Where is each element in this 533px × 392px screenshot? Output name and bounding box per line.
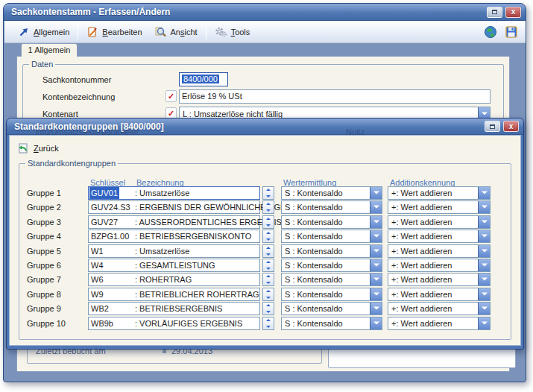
group-row: Gruppe 9 WB2 : BETRIEBSERGEBNIS S : Kont… <box>22 302 492 315</box>
wertermittlung-value: S : Kontensaldo <box>285 274 368 285</box>
zurueck-button[interactable]: Zurück <box>13 141 63 156</box>
schluessel-input[interactable]: W9 : BETRIEBLICHER ROHERTRAG <box>88 288 260 301</box>
additionskennung-select[interactable]: +: Wert addieren <box>388 200 491 214</box>
schluessel-input[interactable]: GUV27 : AUSSERORDENTLICHES ERGEBNIS <box>88 215 260 229</box>
schluessel-input[interactable]: W1 : Umsatzerlöse <box>88 244 260 258</box>
schluessel-spinner[interactable] <box>262 230 274 243</box>
schluessel-spinner[interactable] <box>262 259 274 272</box>
schluessel-spinner[interactable] <box>262 288 274 301</box>
dropdown-arrow-icon[interactable] <box>370 317 382 329</box>
spinner-up-icon[interactable] <box>266 261 271 263</box>
additionskennung-select[interactable]: +: Wert addieren <box>388 273 491 286</box>
schluessel-spinner[interactable] <box>262 273 274 286</box>
schluessel-input[interactable]: GUV24.S3 : ERGEBNIS DER GEWÖHNLICHEN GES <box>88 200 260 214</box>
schluessel-input[interactable]: W4 : GESAMTLEISTUNG <box>88 259 260 272</box>
dropdown-arrow-icon[interactable] <box>370 274 382 285</box>
dropdown-arrow-icon[interactable] <box>370 216 382 228</box>
tab-allgemein[interactable]: 1 Allgemein <box>21 43 78 57</box>
dropdown-arrow-icon[interactable] <box>478 245 490 257</box>
save-icon[interactable] <box>505 25 518 39</box>
schluessel-spinner[interactable] <box>262 186 274 200</box>
dropdown-arrow-icon[interactable] <box>370 245 382 257</box>
schluessel-input[interactable]: GUV01 : Umsatzerlöse <box>88 186 260 200</box>
wertermittlung-select[interactable]: S : Kontensaldo <box>281 186 382 200</box>
dropdown-arrow-icon[interactable] <box>478 317 490 329</box>
dropdown-arrow-icon[interactable] <box>478 259 490 271</box>
spinner-down-icon[interactable] <box>266 238 271 241</box>
dropdown-arrow-icon[interactable] <box>478 201 490 213</box>
kontenbezeichnung-input[interactable]: Erlöse 19 % USt <box>179 89 491 104</box>
schluessel-spinner[interactable] <box>262 200 274 214</box>
dropdown-arrow-icon[interactable] <box>478 274 490 285</box>
dropdown-arrow-icon[interactable] <box>370 230 382 242</box>
additionskennung-select[interactable]: +: Wert addieren <box>388 302 491 315</box>
close-button[interactable]: x <box>505 7 521 18</box>
wertermittlung-select[interactable]: S : Kontensaldo <box>281 273 382 286</box>
spinner-up-icon[interactable] <box>266 203 271 205</box>
spinner-down-icon[interactable] <box>266 209 271 212</box>
spinner-up-icon[interactable] <box>266 247 271 249</box>
spinner-down-icon[interactable] <box>266 253 271 256</box>
dropdown-arrow-icon[interactable] <box>478 288 490 300</box>
additionskennung-select[interactable]: +: Wert addieren <box>388 215 491 229</box>
wertermittlung-select[interactable]: S : Kontensaldo <box>281 215 382 229</box>
wertermittlung-select[interactable]: S : Kontensaldo <box>281 302 382 315</box>
schluessel-value: W4 <box>91 259 104 271</box>
schluessel-input[interactable]: BZPG1.00 : BETRIEBSERGEBNISKONTO <box>88 230 260 243</box>
dialog-close-button[interactable]: x <box>503 121 519 132</box>
schluessel-spinner[interactable] <box>262 244 274 258</box>
dialog-restore-button[interactable] <box>485 121 500 132</box>
restore-button[interactable] <box>487 7 502 18</box>
schluessel-spinner[interactable] <box>262 302 274 315</box>
dropdown-arrow-icon[interactable] <box>370 288 382 300</box>
schluessel-input[interactable]: WB2 : BETRIEBSERGEBNIS <box>88 302 260 315</box>
spinner-up-icon[interactable] <box>266 290 271 292</box>
wertermittlung-select[interactable]: S : Kontensaldo <box>281 288 382 301</box>
confirmed-check-icon[interactable]: ✓ <box>165 90 177 102</box>
wertermittlung-select[interactable]: S : Kontensaldo <box>281 317 382 330</box>
spinner-down-icon[interactable] <box>266 326 271 328</box>
wertermittlung-select[interactable]: S : Kontensaldo <box>281 230 382 243</box>
spinner-down-icon[interactable] <box>266 282 271 284</box>
additionskennung-select[interactable]: +: Wert addieren <box>388 317 491 330</box>
schluessel-spinner[interactable] <box>262 215 274 229</box>
dropdown-arrow-icon[interactable] <box>370 303 382 314</box>
world-icon[interactable] <box>484 25 497 39</box>
dropdown-arrow-icon[interactable] <box>478 216 490 228</box>
dropdown-arrow-icon[interactable] <box>370 259 382 271</box>
toolbar-item-bearbeiten[interactable]: Bearbeiten <box>81 26 148 38</box>
additionskennung-select[interactable]: +: Wert addieren <box>388 186 491 200</box>
group-label: Gruppe 10 <box>22 319 88 328</box>
spinner-down-icon[interactable] <box>266 224 271 227</box>
wertermittlung-select[interactable]: S : Kontensaldo <box>281 244 382 258</box>
additionskennung-select[interactable]: +: Wert addieren <box>388 288 491 301</box>
sachkontonummer-input[interactable]: 8400/000 <box>179 72 228 86</box>
dropdown-arrow-icon[interactable] <box>370 187 382 199</box>
spinner-down-icon[interactable] <box>266 268 271 270</box>
toolbar-item-allgemein[interactable]: Allgemein <box>12 26 75 38</box>
toolbar-item-tools[interactable]: Tools <box>209 26 256 38</box>
toolbar-item-ansicht[interactable]: Ansicht <box>148 26 204 38</box>
spinner-up-icon[interactable] <box>266 189 271 191</box>
schluessel-spinner[interactable] <box>262 317 274 330</box>
dropdown-arrow-icon[interactable] <box>478 230 490 242</box>
spinner-up-icon[interactable] <box>266 275 271 277</box>
schluessel-input[interactable]: WB9b : VORLÄUFIGES ERGEBNIS <box>88 317 260 330</box>
additionskennung-select[interactable]: +: Wert addieren <box>388 244 491 258</box>
spinner-up-icon[interactable] <box>266 319 271 321</box>
zurueck-label: Zurück <box>34 144 59 153</box>
spinner-down-icon[interactable] <box>266 297 271 299</box>
spinner-up-icon[interactable] <box>266 232 271 234</box>
dropdown-arrow-icon[interactable] <box>478 187 490 199</box>
spinner-down-icon[interactable] <box>266 311 271 313</box>
dropdown-arrow-icon[interactable] <box>478 303 490 314</box>
spinner-up-icon[interactable] <box>266 304 271 306</box>
wertermittlung-select[interactable]: S : Kontensaldo <box>281 259 382 272</box>
additionskennung-select[interactable]: +: Wert addieren <box>388 230 491 243</box>
additionskennung-select[interactable]: +: Wert addieren <box>388 259 491 272</box>
schluessel-input[interactable]: W6 : ROHERTRAG <box>88 273 260 286</box>
spinner-up-icon[interactable] <box>266 218 271 220</box>
spinner-down-icon[interactable] <box>266 195 271 197</box>
wertermittlung-select[interactable]: S : Kontensaldo <box>281 200 382 214</box>
dropdown-arrow-icon[interactable] <box>370 201 382 213</box>
